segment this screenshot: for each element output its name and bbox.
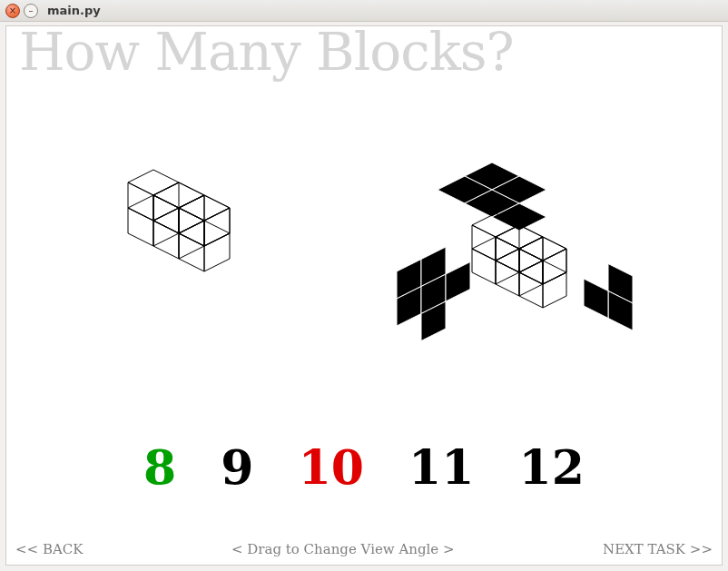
shadow-left xyxy=(397,247,470,341)
window-title: main.py xyxy=(47,4,101,17)
answer-0[interactable]: 8 xyxy=(143,439,176,495)
app-window: × – main.py How Many Blocks? 8 9 10 11 1… xyxy=(0,0,728,571)
left-structure[interactable] xyxy=(97,153,297,335)
answer-1[interactable]: 9 xyxy=(221,439,253,495)
content-area: How Many Blocks? 8 9 10 11 12 << BACK < … xyxy=(5,25,723,566)
minimize-icon[interactable]: – xyxy=(24,4,38,18)
svg-marker-55 xyxy=(543,272,566,308)
back-button[interactable]: << BACK xyxy=(15,541,83,557)
bottom-bar: << BACK < Drag to Change View Angle > NE… xyxy=(6,539,722,559)
shadow-right xyxy=(584,264,633,331)
close-icon[interactable]: × xyxy=(5,4,20,18)
right-structure[interactable] xyxy=(360,90,705,399)
svg-marker-17 xyxy=(204,233,230,271)
svg-marker-33 xyxy=(446,262,470,302)
answer-4[interactable]: 12 xyxy=(519,439,585,495)
answer-2[interactable]: 10 xyxy=(299,439,364,495)
svg-marker-37 xyxy=(584,279,608,319)
svg-marker-45 xyxy=(472,249,496,284)
svg-marker-12 xyxy=(128,170,179,195)
svg-marker-7 xyxy=(128,208,153,246)
titlebar: × – main.py xyxy=(0,0,728,22)
drag-hint: < Drag to Change View Angle > xyxy=(231,541,455,557)
shadow-top xyxy=(438,162,546,231)
answer-3[interactable]: 11 xyxy=(408,439,474,495)
next-button[interactable]: NEXT TASK >> xyxy=(603,541,713,557)
page-title: How Many Blocks? xyxy=(19,21,514,83)
scene-3d[interactable] xyxy=(6,117,722,408)
answer-row: 8 9 10 11 12 xyxy=(6,439,722,495)
